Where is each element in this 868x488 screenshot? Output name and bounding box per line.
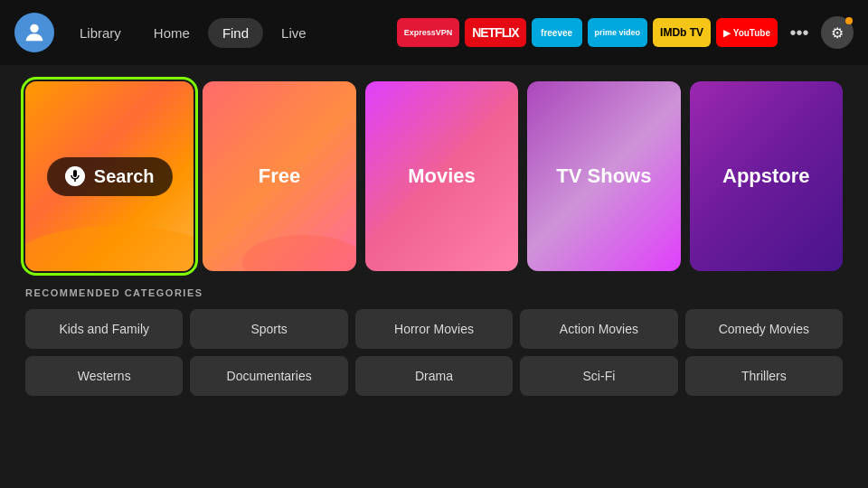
user-avatar[interactable] (14, 13, 54, 52)
search-label: Search (94, 166, 155, 187)
main-content: Search Free Movies TV Shows Appstore REC… (0, 65, 868, 396)
category-tiles-row: Search Free Movies TV Shows Appstore (25, 81, 843, 271)
recommended-section-title: RECOMMENDED CATEGORIES (25, 287, 843, 298)
gear-icon: ⚙ (831, 24, 844, 42)
nav-home[interactable]: Home (139, 18, 204, 48)
app-prime[interactable]: prime video (588, 18, 648, 47)
app-freevee[interactable]: freevee (532, 18, 582, 47)
category-westerns[interactable]: Westerns (25, 356, 183, 396)
category-drama[interactable]: Drama (355, 356, 513, 396)
category-scifi[interactable]: Sci-Fi (520, 356, 677, 396)
categories-row-1: Kids and Family Sports Horror Movies Act… (25, 309, 843, 349)
movies-tile[interactable]: Movies (365, 81, 518, 271)
search-button[interactable]: Search (47, 157, 173, 196)
settings-button[interactable]: ⚙ (821, 16, 854, 49)
app-imdb[interactable]: IMDb TV (653, 18, 711, 47)
tvshows-tile[interactable]: TV Shows (527, 81, 680, 271)
category-documentaries[interactable]: Documentaries (190, 356, 347, 396)
appstore-label: Appstore (722, 164, 810, 188)
app-expressvpn[interactable]: ExpressVPN (397, 18, 460, 47)
nav-library[interactable]: Library (65, 18, 136, 48)
svg-rect-1 (73, 170, 77, 177)
categories-row-2: Westerns Documentaries Drama Sci-Fi Thri… (25, 356, 843, 396)
search-tile[interactable]: Search (25, 81, 193, 271)
settings-notification-dot (845, 17, 853, 24)
nav-apps: ExpressVPN NETFLIX freevee prime video I… (397, 16, 854, 49)
top-navigation: Library Home Find Live ExpressVPN NETFLI… (0, 0, 868, 65)
free-tile[interactable]: Free (203, 81, 355, 271)
category-horror[interactable]: Horror Movies (355, 309, 513, 349)
category-thrillers[interactable]: Thrillers (685, 356, 843, 396)
more-apps-button[interactable]: ••• (783, 16, 816, 49)
category-action[interactable]: Action Movies (520, 309, 677, 349)
category-sports[interactable]: Sports (190, 309, 347, 349)
movies-label: Movies (408, 164, 476, 188)
microphone-icon (65, 166, 85, 186)
category-kids-family[interactable]: Kids and Family (25, 309, 183, 349)
category-comedy[interactable]: Comedy Movies (685, 309, 843, 349)
nav-live[interactable]: Live (267, 18, 321, 48)
nav-links: Library Home Find Live (65, 18, 321, 48)
tvshows-label: TV Shows (556, 164, 651, 188)
nav-find[interactable]: Find (208, 18, 263, 48)
app-youtube[interactable]: ▶ YouTube (716, 18, 778, 47)
app-netflix[interactable]: NETFLIX (465, 18, 525, 47)
categories-grid: Kids and Family Sports Horror Movies Act… (25, 309, 843, 396)
appstore-tile[interactable]: Appstore (690, 81, 843, 271)
free-label: Free (259, 164, 300, 188)
svg-point-0 (30, 24, 38, 33)
